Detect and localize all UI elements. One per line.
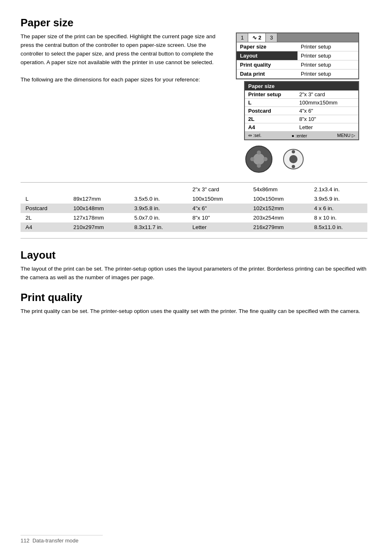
submenu-value-8x10: 8"x 10"	[296, 115, 358, 123]
secondary-controller	[282, 148, 305, 171]
cell-mm-3: 100x148mm	[69, 204, 129, 213]
tab-3[interactable]: 3	[266, 33, 277, 42]
submenu-row-2l[interactable]: 2L 8"x 10"	[245, 115, 358, 123]
camera-ui-main: 1 ∿ 2 3 Paper size Printer setup Layout …	[236, 32, 359, 79]
submenu-row-printer-setup[interactable]: Printer setup 2"x 3" card	[245, 90, 358, 99]
tab-1[interactable]: 1	[237, 33, 248, 42]
cell-in2-3: 4 x 6 in.	[309, 204, 367, 213]
footer-sel: ⇔ :sel.	[248, 133, 261, 138]
controller-area	[244, 144, 367, 174]
cell-name2-1: 2"x 3" card	[187, 185, 248, 194]
layout-body: The layout of the print can be set. The …	[21, 265, 367, 282]
submenu-value-4x6: 4"x 6"	[296, 107, 358, 115]
table-row-5: A4 210x297mm 8.3x11.7 in. Letter 216x279…	[21, 222, 367, 232]
cell-name2-5: Letter	[187, 222, 248, 232]
svg-point-3	[263, 157, 267, 161]
secondary-dial-icon	[282, 148, 305, 171]
submenu-footer: ⇔ :sel. ● :enter MENU ▷	[245, 132, 358, 139]
menu-value-layout: Printer setup	[297, 51, 358, 60]
menu-row-print-quality[interactable]: Print quality Printer setup	[237, 60, 358, 70]
print-quality-body: The print quality can be set. The printe…	[21, 307, 367, 316]
paper-size-table-area: 2"x 3" card 54x86mm 2.1x3.4 in. L 89x127…	[21, 182, 367, 239]
paper-size-table: 2"x 3" card 54x86mm 2.1x3.4 in. L 89x127…	[21, 185, 367, 232]
menu-label-paper-size: Paper size	[237, 42, 297, 51]
cell-mm-4: 127x178mm	[69, 213, 129, 222]
submenu-label-printer-setup: Printer setup	[245, 90, 296, 99]
menu-table: Paper size Printer setup Layout Printer …	[237, 42, 358, 79]
submenu-row-l[interactable]: L 100mmx150mm	[245, 99, 358, 107]
menu-label-data-print: Data print	[237, 70, 297, 79]
cell-name2-4: 8"x 10"	[187, 213, 248, 222]
table-row-2: L 89x127mm 3.5x5.0 in. 100x150mm 100x150…	[21, 194, 367, 204]
page-number: 112	[21, 537, 30, 544]
menu-label-print-quality: Print quality	[237, 60, 297, 70]
cell-mm2-3: 102x152mm	[248, 204, 309, 213]
submenu-value-letter: Letter	[296, 123, 358, 132]
layout-title: Layout	[21, 249, 367, 262]
table-row-4: 2L 127x178mm 5.0x7.0 in. 8"x 10" 203x254…	[21, 213, 367, 222]
section-label: Data-transfer mode	[32, 537, 78, 544]
camera-ui-col: 1 ∿ 2 3 Paper size Printer setup Layout …	[236, 32, 367, 174]
cell-in-4: 5.0x7.0 in.	[129, 213, 187, 222]
cell-in-1	[129, 185, 187, 194]
cell-in2-4: 8 x 10 in.	[309, 213, 367, 222]
footer-enter: ● :enter	[291, 133, 307, 138]
table-row-1: 2"x 3" card 54x86mm 2.1x3.4 in.	[21, 185, 367, 194]
cell-mm2-5: 216x279mm	[248, 222, 309, 232]
svg-point-1	[253, 153, 265, 165]
paper-size-section: Paper size The paper size of the print c…	[21, 16, 367, 239]
cell-name-4: 2L	[21, 213, 69, 222]
cell-in-3: 3.9x5.8 in.	[129, 204, 187, 213]
print-quality-title: Print quality	[21, 291, 367, 304]
menu-row-data-print[interactable]: Data print Printer setup	[237, 70, 358, 79]
page-footer: 112 Data-transfer mode	[21, 535, 103, 544]
cell-mm2-4: 203x254mm	[248, 213, 309, 222]
layout-section: Layout The layout of the print can be se…	[21, 249, 367, 282]
svg-point-9	[289, 155, 297, 163]
paper-size-text-col: The paper size of the print can be speci…	[21, 32, 224, 174]
submenu-label-2l: 2L	[245, 115, 296, 123]
svg-point-8	[292, 165, 295, 168]
menu-value-print-quality: Printer setup	[297, 60, 358, 70]
submenu-label-postcard: Postcard	[245, 107, 296, 115]
svg-point-2	[250, 157, 254, 161]
menu-value-paper-size: Printer setup	[297, 42, 358, 51]
cell-mm-1	[69, 185, 129, 194]
cell-in-5: 8.3x11.7 in.	[129, 222, 187, 232]
paper-size-body: The paper size of the print can be speci…	[21, 32, 224, 67]
cell-in2-1: 2.1x3.4 in.	[309, 185, 367, 194]
submenu-table: Printer setup 2"x 3" card L 100mmx150mm …	[245, 90, 358, 132]
cell-name-1	[21, 185, 69, 194]
submenu-row-postcard[interactable]: Postcard 4"x 6"	[245, 107, 358, 115]
cell-name-3: Postcard	[21, 204, 69, 213]
cell-mm-5: 210x297mm	[69, 222, 129, 232]
submenu-label-a4: A4	[245, 123, 296, 132]
cell-mm2-1: 54x86mm	[248, 185, 309, 194]
table-divider	[21, 182, 367, 183]
cell-mm2-2: 100x150mm	[248, 194, 309, 204]
controller-dial-icon	[244, 144, 274, 174]
main-controller	[244, 144, 274, 174]
submenu-row-a4[interactable]: A4 Letter	[245, 123, 358, 132]
paper-size-title: Paper size	[21, 16, 367, 29]
svg-point-7	[292, 150, 295, 153]
menu-row-layout[interactable]: Layout Printer setup	[237, 51, 358, 60]
submenu-header: Paper size	[245, 82, 358, 90]
footer-menu: MENU ▷	[337, 133, 355, 138]
svg-point-4	[257, 151, 261, 155]
cell-name2-3: 4"x 6"	[187, 204, 248, 213]
camera-ui-submenu: Paper size Printer setup 2"x 3" card L 1…	[244, 81, 359, 140]
table-divider-bottom	[21, 238, 367, 239]
cell-name2-2: 100x150mm	[187, 194, 248, 204]
cell-name-2: L	[21, 194, 69, 204]
table-row-3: Postcard 100x148mm 3.9x5.8 in. 4"x 6" 10…	[21, 204, 367, 213]
cell-mm-2: 89x127mm	[69, 194, 129, 204]
submenu-value-2x3: 2"x 3" card	[296, 90, 358, 99]
tab-bar: 1 ∿ 2 3	[237, 33, 358, 42]
paper-size-ref: The following are the dimensions for eac…	[21, 76, 224, 84]
menu-row-paper-size[interactable]: Paper size Printer setup	[237, 42, 358, 51]
cell-in2-2: 3.9x5.9 in.	[309, 194, 367, 204]
tab-2[interactable]: ∿ 2	[248, 33, 266, 42]
print-quality-section: Print quality The print quality can be s…	[21, 291, 367, 316]
top-area: The paper size of the print can be speci…	[21, 32, 367, 174]
